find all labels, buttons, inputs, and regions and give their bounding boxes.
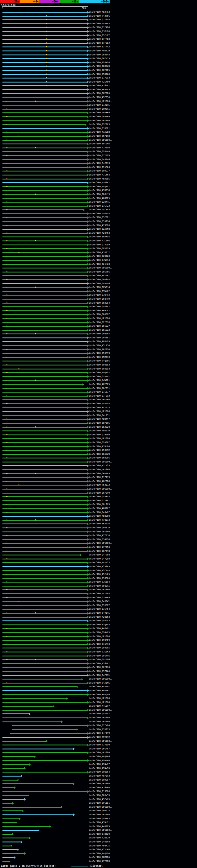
hit-id-label[interactable]: UniRef100_B3TPA3 (89, 45, 109, 48)
hit-id-label[interactable]: UniRef100_A9NNZ9 (89, 50, 109, 52)
hit-id-label[interactable]: UniRef100_A8E6B0 (89, 480, 109, 483)
hit-bar[interactable] (2, 357, 88, 358)
hit-id-label[interactable]: UniRef100_P16181 (89, 84, 109, 87)
hit-bar[interactable] (2, 706, 53, 707)
hit-id-label[interactable]: UniRef100_Q06DG7 (89, 313, 109, 316)
hit-id-label[interactable]: UniRef100_B6SIL5 (89, 88, 109, 91)
hit-bar[interactable] (2, 551, 88, 552)
hit-id-label[interactable]: UniRef100_P42733 (89, 162, 109, 165)
hit-id-label[interactable]: UniRef100_C3YBQ9 (89, 744, 109, 746)
hit-bar[interactable] (2, 698, 66, 699)
hit-bar[interactable] (2, 361, 88, 362)
hit-id-label[interactable]: UniRef100_UP1000... (89, 678, 113, 680)
hit-bar[interactable] (2, 113, 88, 113)
hit-bar[interactable] (2, 849, 18, 850)
hit-id-label[interactable]: UniRef100_Q22B78 (89, 321, 109, 324)
hit-id-label[interactable]: UniRef100_C5DJL8 (89, 73, 109, 76)
hit-bar[interactable] (2, 803, 12, 804)
hit-id-label[interactable]: UniRef100_B9PQS6 (89, 693, 109, 696)
hit-bar[interactable] (2, 632, 88, 633)
hit-id-label[interactable]: UniRef100_C3K1G4 (89, 581, 109, 584)
hit-bar[interactable] (2, 683, 88, 684)
hit-id-label[interactable]: UniRef100_Q75Z77 (89, 391, 109, 394)
hit-bar[interactable] (2, 861, 9, 862)
hit-bar[interactable] (2, 12, 88, 12)
hit-id-label[interactable]: UniRef100_A7EYN4 (89, 174, 109, 177)
hit-id-label[interactable]: UniRef100_A5G0F7 (89, 181, 109, 184)
hit-bar[interactable] (2, 291, 88, 292)
hit-bar[interactable] (2, 597, 88, 598)
hit-bar[interactable] (2, 795, 28, 796)
hit-bar[interactable] (2, 58, 88, 59)
hit-bar[interactable] (2, 721, 61, 722)
hit-id-label[interactable]: UniRef100_UP1000... (89, 635, 113, 638)
hit-id-label[interactable]: UniRef100_A7P6X0 (89, 147, 109, 149)
hit-id-label[interactable]: UniRef100_A8UHG5 (89, 340, 109, 343)
hit-bar[interactable] (2, 644, 88, 645)
hit-id-label[interactable]: UniRef100_UP1000... (89, 720, 113, 723)
hit-bar[interactable] (2, 217, 88, 218)
hit-id-label[interactable]: UniRef100_Q4DB29 (89, 833, 109, 836)
hit-bar[interactable] (2, 380, 88, 381)
hit-bar[interactable] (2, 745, 88, 745)
hit-bar[interactable] (2, 838, 29, 838)
hit-id-label[interactable]: UniRef100_A1CEP6 (89, 240, 109, 242)
hit-bar[interactable] (2, 399, 88, 400)
hit-bar[interactable] (2, 589, 88, 590)
hit-bar[interactable] (2, 764, 29, 765)
hit-id-label[interactable]: UniRef100_A3AVB8 (89, 131, 109, 134)
hit-bar[interactable] (2, 609, 88, 610)
hit-id-label[interactable]: UniRef100_A7NUI1 (89, 821, 109, 824)
hit-bar[interactable] (2, 407, 88, 408)
hit-bar[interactable] (2, 496, 88, 497)
hit-bar[interactable] (2, 46, 88, 48)
hit-bar[interactable] (2, 710, 88, 711)
hit-id-label[interactable]: UniRef100_A2DBJ9 (89, 837, 109, 839)
hit-bar[interactable] (2, 341, 88, 342)
hit-id-label[interactable]: UniRef100_B3S8B5 (89, 565, 109, 568)
hit-id-label[interactable]: UniRef100_P25460 (89, 81, 109, 84)
hit-bar[interactable] (2, 415, 88, 416)
hit-id-label[interactable]: UniRef100_B2AYN8 (89, 228, 109, 230)
hit-bar[interactable] (2, 652, 88, 652)
hit-id-label[interactable]: UniRef100_C7Y1G9 (89, 154, 109, 157)
hit-id-label[interactable]: UniRef100_B9RES7 (89, 779, 109, 781)
hit-id-label[interactable]: UniRef100_A4BVG1 (89, 627, 109, 630)
hit-id-label[interactable]: UniRef100_C5FF21 (89, 216, 109, 219)
hit-id-label[interactable]: UniRef100_Q2E174 (89, 666, 109, 669)
hit-id-label[interactable]: UniRef100_UP1000... (89, 701, 113, 704)
hit-id-label[interactable]: UniRef100_Q2U420 (89, 255, 109, 258)
hit-id-label[interactable]: UniRef100_C5GNO3 (89, 213, 109, 215)
hit-bar[interactable] (2, 508, 88, 509)
hit-bar[interactable] (2, 295, 88, 296)
hit-id-label[interactable]: UniRef100_UP1000... (89, 437, 113, 440)
hit-id-label[interactable]: UniRef100_Q54190 (89, 538, 109, 541)
hit-id-label[interactable]: UniRef100_C4Q666 (89, 360, 109, 363)
hit-id-label[interactable]: UniRef100_P42756 (89, 15, 109, 18)
hit-id-label[interactable]: UniRef100_A9NWT6 (89, 767, 109, 770)
hit-id-label[interactable]: UniRef100_Q58848 (89, 495, 109, 498)
hit-bar[interactable] (2, 566, 88, 567)
hit-bar[interactable] (2, 768, 24, 769)
hit-bar[interactable] (2, 807, 61, 808)
hit-bar[interactable] (2, 624, 88, 625)
hit-bar[interactable] (2, 248, 88, 249)
hit-bar[interactable] (2, 136, 88, 137)
hit-id-label[interactable]: UniRef100_Q4CXL5 (89, 209, 109, 211)
hit-bar[interactable] (2, 51, 88, 52)
hit-id-label[interactable]: UniRef100_B8B8W4 (89, 65, 109, 68)
hit-bar[interactable] (2, 578, 88, 579)
hit-id-label[interactable]: UniRef100_B6DD56 (89, 457, 109, 459)
hit-bar[interactable] (2, 369, 88, 370)
hit-bar[interactable] (2, 613, 88, 614)
hit-id-label[interactable]: UniRef100_A9RQ30 (89, 189, 109, 192)
hit-id-label[interactable]: UniRef100_UP1000... (89, 740, 113, 743)
hit-id-label[interactable]: UniRef100_B6JU20 (89, 426, 109, 429)
hit-id-label[interactable]: UniRef100_Q4MKB2 (89, 817, 109, 820)
hit-bar[interactable] (2, 690, 88, 691)
hit-id-label[interactable]: UniRef100_B5X273 (89, 728, 109, 731)
hit-id-label[interactable]: UniRef100_B5W1B3 (89, 364, 109, 366)
hit-id-label[interactable]: UniRef100_C9Z1A6 (89, 670, 109, 673)
hit-id-label[interactable]: UniRef100_P19526 (89, 790, 109, 793)
hit-id-label[interactable]: UniRef100_A8JHC3 (89, 11, 109, 13)
